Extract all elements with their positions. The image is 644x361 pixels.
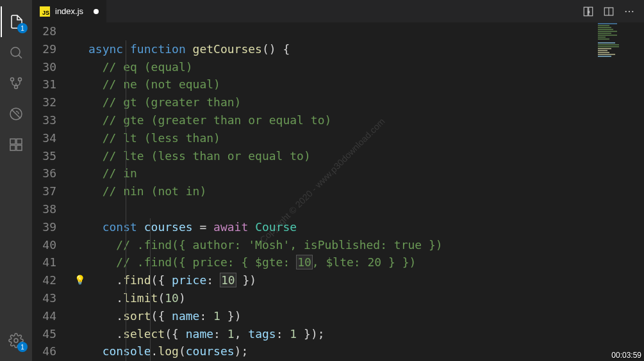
code-text[interactable]: .select({ name: 1, tags: 1 });	[88, 325, 644, 343]
glyph-margin	[70, 236, 88, 254]
glyph-margin	[70, 307, 88, 325]
glyph-margin	[70, 325, 88, 343]
code-line[interactable]: 36 // in	[32, 164, 644, 182]
editor-area[interactable]: 2829async function getCourses() {30 // e…	[32, 22, 644, 361]
line-number: 42	[32, 271, 70, 289]
code-line[interactable]: 28	[32, 22, 644, 40]
svg-point-11	[14, 339, 18, 342]
code-text[interactable]: const courses = await Course	[88, 218, 644, 236]
svg-rect-7	[10, 139, 15, 144]
glyph-margin	[70, 182, 88, 200]
glyph-margin	[70, 253, 88, 271]
svg-point-2	[11, 78, 14, 81]
code-text[interactable]: .limit(10)	[88, 289, 644, 307]
code-text[interactable]: console.log(courses);	[88, 342, 644, 360]
explorer-icon[interactable]: 1	[1, 6, 31, 37]
lightbulb-icon[interactable]: 💡	[74, 271, 85, 289]
svg-point-18	[632, 10, 633, 12]
settings-badge: 1	[17, 342, 28, 352]
line-number: 40	[32, 236, 70, 254]
line-number: 41	[32, 253, 70, 271]
glyph-margin	[70, 218, 88, 236]
code-line[interactable]: 40 // .find({ author: 'Mosh', isPublishe…	[32, 236, 644, 254]
code-text[interactable]	[88, 22, 644, 40]
code-line[interactable]: 41 // .find({ price: { $gte: 10, $lte: 2…	[32, 253, 644, 271]
more-actions-icon[interactable]	[623, 6, 635, 17]
line-number: 37	[32, 182, 70, 200]
glyph-margin	[70, 76, 88, 93]
code-text[interactable]: .sort({ name: 1 })	[88, 307, 644, 325]
debug-icon[interactable]	[1, 99, 31, 129]
line-number: 38	[32, 200, 70, 218]
compare-changes-icon[interactable]	[582, 6, 594, 17]
code-text[interactable]: // in	[88, 164, 644, 182]
svg-rect-10	[17, 145, 22, 150]
code-line[interactable]: 44 .sort({ name: 1 })	[32, 307, 644, 325]
glyph-margin	[70, 22, 88, 40]
glyph-margin	[70, 40, 88, 58]
code-line[interactable]: 33 // gte (greater than or equal to)	[32, 111, 644, 129]
code-text[interactable]: // lte (less than or equal to)	[88, 147, 644, 165]
code-text[interactable]: // eq (equal)	[88, 58, 644, 76]
search-icon[interactable]	[1, 37, 31, 68]
code-text[interactable]: // nin (not in)	[88, 182, 644, 200]
code-text[interactable]: // .find({ price: { $gte: 10, $lte: 20 }…	[88, 253, 644, 271]
code-line[interactable]: 43 .limit(10)	[32, 289, 644, 307]
glyph-margin	[70, 164, 88, 182]
code-line[interactable]: 31 // ne (not equal)	[32, 76, 644, 93]
code-line[interactable]: 38	[32, 200, 644, 218]
line-number: 32	[32, 93, 70, 111]
line-number: 29	[32, 40, 70, 58]
svg-point-16	[625, 10, 627, 12]
extensions-icon[interactable]	[1, 129, 31, 160]
code-text[interactable]: // gt (greater than)	[88, 93, 644, 111]
video-timestamp: 00:03:59	[611, 351, 641, 360]
code-line[interactable]: 39 const courses = await Course	[32, 218, 644, 236]
code-line[interactable]: 35 // lte (less than or equal to)	[32, 147, 644, 165]
glyph-margin	[70, 93, 88, 111]
code-text[interactable]: // lt (less than)	[88, 129, 644, 147]
indent-guide	[150, 218, 151, 361]
svg-rect-9	[10, 145, 15, 150]
glyph-margin	[70, 111, 88, 129]
code-text[interactable]: async function getCourses() {	[88, 40, 644, 58]
code-line[interactable]: 42💡 .find({ price: 10 })	[32, 271, 644, 289]
line-number: 44	[32, 307, 70, 325]
line-number: 45	[32, 325, 70, 343]
code-text[interactable]: // ne (not equal)	[88, 76, 644, 93]
glyph-margin	[70, 342, 88, 360]
code-line[interactable]: 45 .select({ name: 1, tags: 1 });	[32, 325, 644, 343]
code-text[interactable]: // gte (greater than or equal to)	[88, 111, 644, 129]
tab-label: index.js	[55, 6, 83, 16]
svg-line-1	[19, 55, 22, 58]
code-line[interactable]: 37 // nin (not in)	[32, 182, 644, 200]
code-line[interactable]: 32 // gt (greater than)	[32, 93, 644, 111]
source-control-icon[interactable]	[1, 68, 31, 99]
line-number: 33	[32, 111, 70, 129]
line-number: 36	[32, 164, 70, 182]
code-line[interactable]: 46 console.log(courses);	[32, 342, 644, 360]
split-editor-icon[interactable]	[603, 6, 615, 17]
code-line[interactable]: 30 // eq (equal)	[32, 58, 644, 76]
line-number: 34	[32, 129, 70, 147]
svg-point-3	[19, 78, 22, 81]
glyph-margin	[70, 200, 88, 218]
tab-index-js[interactable]: JS index.js	[32, 0, 107, 22]
explorer-badge: 1	[17, 23, 28, 33]
code-line[interactable]: 29async function getCourses() {	[32, 40, 644, 58]
code-text[interactable]	[88, 200, 644, 218]
line-number: 46	[32, 342, 70, 360]
svg-rect-8	[17, 139, 22, 144]
code-text[interactable]: .find({ price: 10 })	[88, 271, 644, 289]
glyph-margin	[70, 289, 88, 307]
glyph-margin: 💡	[70, 271, 88, 289]
code-line[interactable]: 34 // lt (less than)	[32, 129, 644, 147]
code-text[interactable]: // .find({ author: 'Mosh', isPublished: …	[88, 236, 644, 254]
title-actions	[582, 6, 644, 17]
dirty-indicator-icon	[94, 9, 99, 14]
settings-icon[interactable]: 1	[1, 325, 31, 356]
minimap[interactable]	[597, 22, 635, 106]
svg-point-17	[629, 10, 630, 12]
glyph-margin	[70, 129, 88, 147]
js-file-icon: JS	[40, 6, 50, 17]
